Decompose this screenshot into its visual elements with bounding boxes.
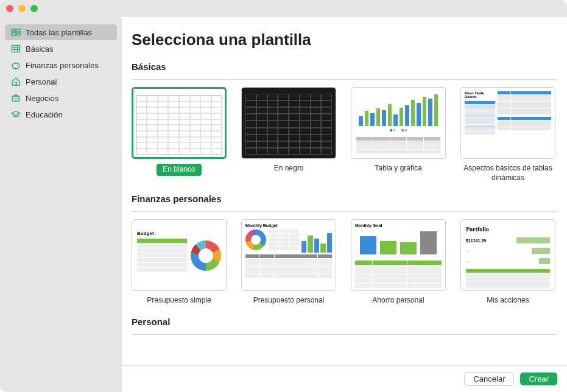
- maximize-window-button[interactable]: [30, 5, 38, 12]
- template-personal-budget[interactable]: Monthly Budget Presupuesto personal: [241, 219, 336, 306]
- template-label: En blanco: [157, 164, 201, 176]
- template-chooser-window: Todas las plantillas Básicas Finanzas pe…: [0, 0, 567, 392]
- thumbnail-pivot: Pivot Table Basics: [460, 87, 555, 159]
- svg-rect-0: [12, 29, 15, 32]
- body-area: Todas las plantillas Básicas Finanzas pe…: [0, 17, 567, 392]
- svg-rect-12: [17, 68, 18, 69]
- sidebar-item-personal-finance[interactable]: Finanzas personales: [5, 57, 117, 73]
- svg-rect-11: [13, 68, 15, 69]
- divider: [132, 334, 557, 335]
- svg-point-9: [12, 63, 19, 69]
- template-black[interactable]: En negro: [241, 87, 336, 183]
- thumbnail-personal-budget: Monthly Budget: [241, 219, 336, 291]
- svg-rect-13: [15, 82, 17, 85]
- sidebar-item-label: Todas las plantillas: [26, 28, 92, 37]
- thumbnail-table-chart: AB: [351, 87, 446, 159]
- svg-rect-4: [12, 46, 20, 52]
- thumbnail-personal-savings: Monthly Goal: [351, 219, 446, 291]
- graduation-icon: [11, 110, 21, 119]
- divider: [132, 211, 557, 212]
- grid-icon: [11, 27, 21, 37]
- piggybank-icon: [11, 60, 21, 70]
- sidebar-item-label: Educación: [26, 110, 63, 119]
- sidebar-item-label: Negocios: [26, 94, 58, 103]
- sidebar-item-education[interactable]: Educación: [5, 107, 117, 122]
- thumbnail-blank: [132, 87, 227, 159]
- svg-point-10: [17, 65, 18, 66]
- template-blank[interactable]: En blanco: [132, 87, 227, 183]
- template-label: Aspectos básicos de tablas dinámicas: [460, 164, 555, 183]
- template-personal-savings[interactable]: Monthly Goal Ahorro personal: [351, 219, 446, 306]
- create-button[interactable]: Crear: [520, 373, 557, 385]
- sidebar-item-business[interactable]: Negocios: [5, 90, 117, 106]
- minimize-window-button[interactable]: [18, 5, 26, 12]
- cancel-button[interactable]: Cancelar: [464, 372, 514, 386]
- template-label: Mis acciones: [487, 296, 529, 306]
- sidebar-item-label: Personal: [26, 77, 57, 86]
- svg-rect-1: [16, 29, 20, 32]
- section-title-personal-finance: Finanzas personales: [132, 194, 557, 204]
- house-icon: [11, 77, 21, 86]
- briefcase-icon: [11, 93, 21, 103]
- close-window-button[interactable]: [6, 5, 13, 12]
- main-content: Selecciona una plantilla Básicas En blan…: [122, 17, 567, 392]
- template-pivot-basics[interactable]: Pivot Table Basics Aspectos básicos de t…: [460, 87, 555, 183]
- footer: Cancelar Crear: [122, 365, 567, 392]
- template-table-chart[interactable]: AB Tabla y gráfica: [351, 87, 446, 183]
- titlebar: [0, 0, 567, 17]
- template-row-finance: Budget Presupuesto simple Monthly Budget: [132, 219, 557, 306]
- svg-rect-2: [12, 33, 16, 35]
- spreadsheet-icon: [11, 44, 21, 54]
- template-label: Tabla y gráfica: [375, 164, 421, 173]
- section-title-basics: Básicas: [132, 61, 557, 72]
- divider: [132, 79, 557, 80]
- svg-rect-3: [17, 33, 20, 35]
- thumbnail-black: [241, 87, 336, 159]
- template-my-stocks[interactable]: Portfolio $11141.39 — — Mis acciones: [460, 219, 555, 306]
- sidebar-item-label: Básicas: [26, 44, 54, 54]
- template-label: Ahorro personal: [372, 296, 424, 306]
- template-label: En negro: [274, 164, 304, 173]
- section-title-personal: Personal: [132, 317, 557, 327]
- template-simple-budget[interactable]: Budget Presupuesto simple: [132, 219, 227, 306]
- page-title: Selecciona una plantilla: [132, 30, 557, 49]
- template-row-basics: En blanco En negro: [132, 87, 557, 183]
- sidebar-item-personal[interactable]: Personal: [5, 74, 117, 89]
- template-label: Presupuesto simple: [147, 296, 211, 306]
- sidebar: Todas las plantillas Básicas Finanzas pe…: [0, 17, 122, 392]
- sidebar-item-all-templates[interactable]: Todas las plantillas: [5, 24, 117, 40]
- sidebar-item-label: Finanzas personales: [26, 61, 99, 70]
- thumbnail-stocks: Portfolio $11141.39 — —: [460, 219, 555, 291]
- sidebar-item-basics[interactable]: Básicas: [5, 41, 117, 57]
- template-label: Presupuesto personal: [253, 296, 325, 306]
- thumbnail-simple-budget: Budget: [132, 219, 227, 291]
